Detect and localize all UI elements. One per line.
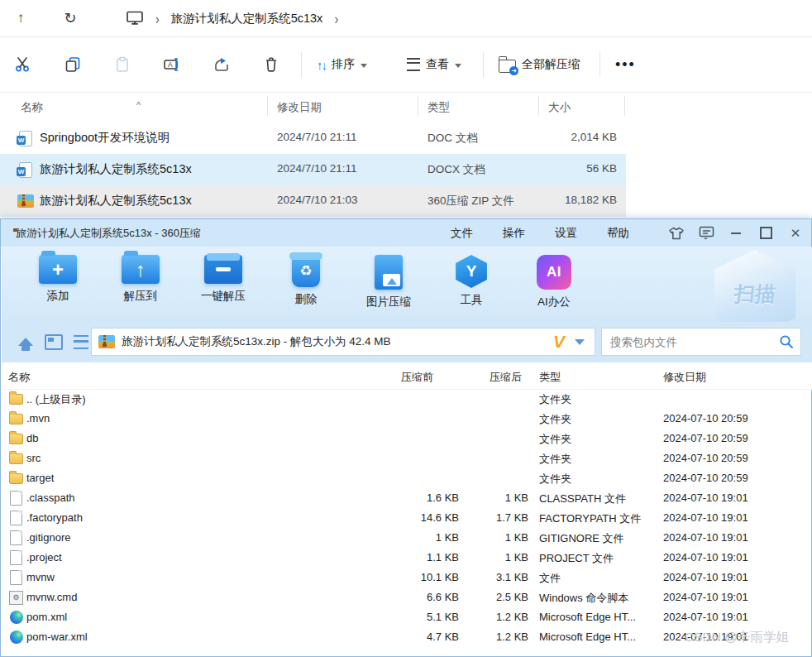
column-type[interactable]: 类型 (539, 370, 561, 385)
shirt-icon (668, 227, 685, 240)
column-divider[interactable] (538, 96, 539, 116)
edge-icon (8, 630, 24, 645)
share-button[interactable] (203, 48, 240, 81)
extract-toolbar-button[interactable]: ↑解压到 (103, 255, 179, 304)
maximize-button[interactable] (757, 224, 775, 242)
minimize-button[interactable] (727, 224, 745, 242)
archive-path-bar[interactable]: 旅游计划私人定制系统5c13x.zip - 解包大小为 42.4 MB V (91, 328, 595, 356)
explorer-file-list: Springboot开发环境说明 2024/7/10 21:11 DOC 文档 … (0, 122, 812, 217)
up-arrow-button[interactable]: ↑ (7, 6, 35, 31)
menu-item[interactable]: 帮助 (604, 223, 633, 243)
skin-theme-button[interactable] (667, 224, 685, 242)
size-after: 1 KB (446, 531, 528, 544)
table-row[interactable]: src 文件夹 2024-07-10 20:59 (2, 448, 812, 468)
extract-all-button[interactable]: ➜ 全部解压缩 (490, 48, 588, 81)
trash-toolbar-button[interactable]: ♻删除 (268, 255, 344, 307)
file-name: .classpath (26, 492, 75, 504)
explorer-navbar: ↑ ↻ › 旅游计划私人定制系统5c13x › (0, 0, 812, 37)
table-row[interactable]: mvnw 10.1 KB 3.1 KB 文件 2024-07-10 19:01 (2, 568, 812, 587)
paste-icon (114, 56, 131, 73)
column-type[interactable]: 类型 (427, 100, 450, 115)
menu-item[interactable]: 文件 (447, 223, 476, 243)
sort-label: 排序 (332, 57, 355, 72)
column-divider[interactable] (418, 96, 418, 116)
file-date: 2024-07-10 19:01 (663, 571, 748, 583)
menu-item[interactable]: 设置 (552, 223, 580, 243)
column-size[interactable]: 大小 (548, 100, 571, 115)
size-after: 1.7 KB (446, 511, 528, 524)
file-name: mvnw.cmd (26, 591, 77, 603)
file-name: pom.xml (26, 611, 67, 623)
column-after[interactable]: 压缩后 (490, 370, 522, 385)
go-up-button[interactable] (15, 332, 36, 352)
list-view-button[interactable] (70, 332, 92, 352)
extract-icon: ↑ (122, 255, 160, 284)
table-row[interactable]: db 文件夹 2024-07-10 20:59 (2, 429, 812, 448)
size-before: 1.1 KB (360, 551, 459, 563)
table-row[interactable]: pom.xml 5.1 KB 1.2 KB Microsoft Edge HT.… (2, 607, 812, 627)
table-row[interactable]: 旅游计划私人定制系统5c13x 2024/7/10 21:03 360压缩 ZI… (0, 185, 626, 217)
column-divider[interactable] (624, 96, 625, 116)
v-logo-icon: V (553, 332, 565, 352)
table-row[interactable]: .mvn 文件夹 2024-07-10 20:59 (2, 409, 812, 429)
divider (301, 52, 302, 77)
explorer-toolbar: A ↑↓ 排序 查看 ➜ 全部解压缩 ••• (0, 37, 812, 93)
view-lines-icon (407, 58, 420, 71)
sort-arrows-icon: ↑↓ (317, 58, 326, 72)
file-type: Microsoft Edge HT... (539, 611, 636, 623)
chevron-down-icon[interactable] (575, 339, 585, 345)
menu-item[interactable]: 操作 (499, 223, 528, 243)
zip-menubar: 文件操作设置帮助 (447, 219, 633, 247)
column-name[interactable]: 名称 (8, 370, 30, 385)
table-row[interactable]: .. (上级目录) 文件夹 (2, 389, 812, 409)
file-date: 2024-07-10 19:01 (663, 511, 748, 524)
file-size: 56 KB (463, 162, 617, 175)
table-row[interactable]: Springboot开发环境说明 2024/7/10 21:11 DOC 文档 … (0, 122, 626, 154)
table-row[interactable]: ⚙ mvnw.cmd 6.6 KB 2.5 KB Windows 命令脚本 20… (2, 587, 812, 607)
file-type: PROJECT 文件 (539, 551, 614, 566)
this-pc-icon[interactable] (126, 11, 144, 26)
image-toolbar-button[interactable]: 图片压缩 (351, 255, 427, 309)
table-row[interactable]: target 文件夹 2024-07-10 20:59 (2, 468, 812, 488)
close-button[interactable]: ✕ (786, 224, 805, 242)
copy-button[interactable] (55, 48, 91, 81)
preview-pane-button[interactable] (43, 332, 64, 352)
folder-icon (8, 431, 24, 446)
column-name[interactable]: 名称 (21, 100, 43, 115)
column-date[interactable]: 修改日期 (663, 370, 706, 385)
refresh-button[interactable]: ↻ (56, 6, 84, 31)
breadcrumb-folder[interactable]: 旅游计划私人定制系统5c13x (171, 11, 323, 26)
zip-window-title: 旅游计划私人定制系统5c13x - 360压缩 (16, 226, 201, 241)
column-before[interactable]: 压缩前 (401, 370, 433, 385)
file-date: 2024-07-10 19:01 (663, 551, 748, 563)
feedback-button[interactable] (697, 224, 715, 242)
table-row[interactable]: .gitignore 1 KB 1 KB GITIGNORE 文件 2024-0… (2, 528, 812, 548)
tools-toolbar-button[interactable]: Y工具 (433, 255, 509, 308)
file-type: 文件夹 (539, 472, 571, 487)
paste-button[interactable] (104, 48, 141, 81)
file-name: pom-war.xml (26, 631, 88, 643)
column-date[interactable]: 修改日期 (277, 100, 322, 115)
search-icon[interactable] (779, 334, 794, 349)
zip-address-row: 旅游计划私人定制系统5c13x.zip - 解包大小为 42.4 MB V (2, 322, 812, 362)
add-toolbar-button[interactable]: +添加 (20, 255, 96, 304)
column-divider[interactable] (267, 96, 268, 116)
table-row[interactable]: 旅游计划私人定制系统5c13x 2024/7/10 21:11 DOCX 文档 … (0, 154, 626, 185)
zip-column-header: 名称 压缩前 压缩后 类型 修改日期 (2, 362, 812, 390)
sort-button[interactable]: ↑↓ 排序 (308, 48, 375, 81)
size-after: 1 KB (446, 551, 528, 563)
cut-button[interactable] (5, 48, 41, 81)
table-row[interactable]: .project 1.1 KB 1 KB PROJECT 文件 2024-07-… (2, 548, 812, 568)
ai-toolbar-button[interactable]: AIAI办公 (516, 255, 592, 309)
search-input[interactable] (609, 335, 779, 349)
scan-badge-label: 扫描 (733, 281, 776, 308)
more-options-button[interactable]: ••• (607, 48, 644, 81)
table-row[interactable]: .classpath 1.6 KB 1 KB CLASSPATH 文件 2024… (2, 488, 812, 508)
toolbar-button-label: 工具 (433, 293, 509, 308)
view-button[interactable]: 查看 (399, 48, 470, 81)
table-row[interactable]: .factorypath 14.6 KB 1.7 KB FACTORYPATH … (2, 508, 812, 528)
rename-button[interactable]: A (154, 48, 190, 81)
delete-button[interactable] (253, 48, 289, 81)
oneclick-toolbar-button[interactable]: 一键解压 (185, 255, 261, 304)
rename-icon: A (163, 56, 181, 73)
